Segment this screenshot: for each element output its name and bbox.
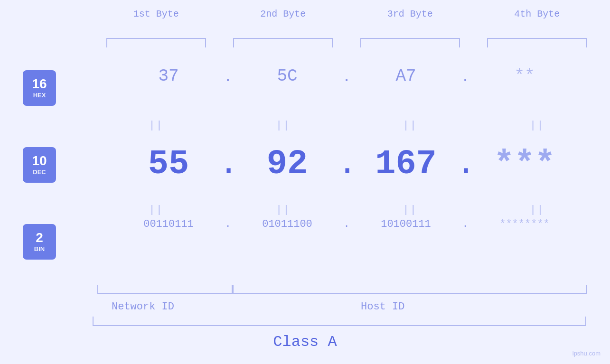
dec-dot3: . [456,138,475,181]
hex-base-label: HEX [33,92,46,99]
bracket-byte3 [360,38,460,47]
dec-base-box: 10 DEC [23,147,56,183]
eq1-byte3: || [363,120,458,131]
byte3-header: 3rd Byte [347,9,474,19]
bin-byte1: 00110111 [119,218,218,230]
dec-byte3: 167 [356,147,456,181]
bin-row: 00110111 . 01011100 . 10100111 . *******… [93,218,601,230]
bracket-network-bottom [97,285,233,294]
eq1-byte4: || [489,120,584,131]
hex-dot1: . [218,67,237,85]
dec-base-num: 10 [32,154,47,168]
eq2-byte4: || [489,204,584,216]
hex-row: 37 . 5C . A7 . ** [93,66,601,86]
bin-base-box: 2 BIN [23,224,56,260]
byte1-header: 1st Byte [93,9,220,19]
bin-dot1: . [218,219,237,230]
host-id-label: Host ID [361,301,404,313]
dec-byte2: 92 [237,147,337,181]
equals-hex-dec: || || || || [93,120,601,131]
byte4-header: 4th Byte [474,9,601,19]
watermark: ipshu.com [572,350,601,357]
byte-headers: 1st Byte 2nd Byte 3rd Byte 4th Byte [93,9,601,19]
eq2-byte2: || [235,204,330,216]
dec-row: 55 . 92 . 167 . *** [93,138,601,181]
dec-base-label: DEC [33,168,46,176]
bin-byte2: 01011100 [237,218,337,230]
eq1-byte1: || [109,120,204,131]
equals-dec-bin: || || || || [93,204,601,216]
full-bottom-bracket [93,317,586,326]
class-label: Class A [0,333,610,351]
bin-byte3: 10100111 [356,218,456,230]
bin-dot2: . [337,219,356,230]
bracket-byte2 [233,38,333,47]
eq2-byte3: || [363,204,458,216]
hex-byte1: 37 [119,66,218,86]
byte2-header: 2nd Byte [220,9,347,19]
hex-byte2: 5C [237,66,337,86]
dec-byte1: 55 [119,147,218,181]
bracket-host-bottom [233,285,587,294]
hex-byte3: A7 [356,66,456,86]
hex-dot3: . [456,67,475,85]
hex-dot2: . [337,67,356,85]
hex-byte4: ** [475,66,574,86]
eq2-byte1: || [109,204,204,216]
bin-base-num: 2 [36,231,43,244]
bracket-byte4 [487,38,587,47]
hex-base-box: 16 HEX [23,70,56,106]
hex-base-num: 16 [32,77,47,91]
bin-dot3: . [456,219,475,230]
dec-byte4: *** [475,147,574,181]
main-container: 1st Byte 2nd Byte 3rd Byte 4th Byte 16 H… [0,0,610,364]
bin-byte4: ******** [475,218,574,230]
eq1-byte2: || [235,120,330,131]
dec-dot2: . [337,138,356,181]
bracket-byte1 [106,38,206,47]
network-id-label: Network ID [112,301,174,313]
bin-base-label: BIN [34,245,45,252]
top-brackets [93,38,601,47]
dec-dot1: . [218,138,237,181]
